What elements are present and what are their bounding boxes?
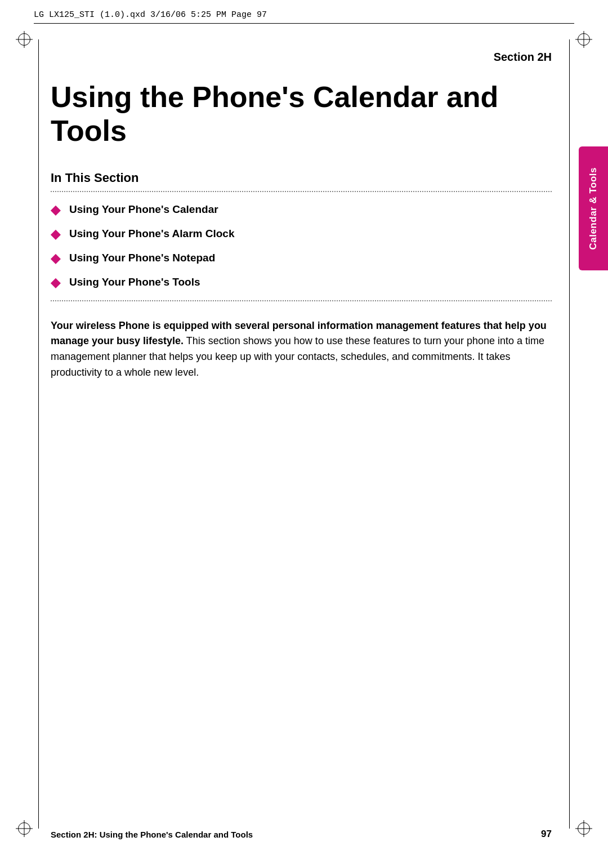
bullet-list: ◆ Using Your Phone's Calendar ◆ Using Yo… <box>51 203 552 290</box>
diamond-icon-3: ◆ <box>51 251 60 266</box>
main-content: Section 2H Using the Phone's Calendar an… <box>51 45 552 381</box>
bullet-text-3: Using Your Phone's Notepad <box>69 252 215 264</box>
reg-mark-top-right <box>575 31 592 48</box>
diamond-icon-2: ◆ <box>51 227 60 242</box>
bullet-text-4: Using Your Phone's Tools <box>69 276 200 288</box>
page: LG LX125_STI (1.0).qxd 3/16/06 5:25 PM P… <box>0 0 608 868</box>
left-border <box>38 39 39 829</box>
footer: Section 2H: Using the Phone's Calendar a… <box>51 829 552 840</box>
bullet-text-2: Using Your Phone's Alarm Clock <box>69 228 234 240</box>
list-item: ◆ Using Your Phone's Alarm Clock <box>51 228 552 242</box>
footer-page-number: 97 <box>541 829 552 840</box>
list-item: ◆ Using Your Phone's Tools <box>51 276 552 290</box>
reg-mark-top-left <box>16 31 33 48</box>
side-tab-calendar-tools: Calendar & Tools <box>579 146 608 270</box>
diamond-icon-1: ◆ <box>51 203 60 217</box>
list-item: ◆ Using Your Phone's Notepad <box>51 252 552 266</box>
in-this-section-heading: In This Section <box>51 171 552 185</box>
dotted-line-bottom <box>51 300 552 301</box>
reg-mark-bottom-left <box>16 820 33 837</box>
reg-mark-bottom-right <box>575 820 592 837</box>
dotted-line-top <box>51 191 552 192</box>
footer-section-label: Section 2H: Using the Phone's Calendar a… <box>51 830 253 839</box>
bullet-text-1: Using Your Phone's Calendar <box>69 203 218 216</box>
print-header: LG LX125_STI (1.0).qxd 3/16/06 5:25 PM P… <box>34 10 574 24</box>
main-title: Using the Phone's Calendar and Tools <box>51 81 552 148</box>
body-text: Your wireless Phone is equipped with sev… <box>51 318 552 381</box>
print-info: LG LX125_STI (1.0).qxd 3/16/06 5:25 PM P… <box>34 10 267 20</box>
list-item: ◆ Using Your Phone's Calendar <box>51 203 552 217</box>
section-label: Section 2H <box>51 51 552 64</box>
right-border <box>569 39 570 829</box>
side-tab-label: Calendar & Tools <box>588 167 599 250</box>
diamond-icon-4: ◆ <box>51 275 60 290</box>
